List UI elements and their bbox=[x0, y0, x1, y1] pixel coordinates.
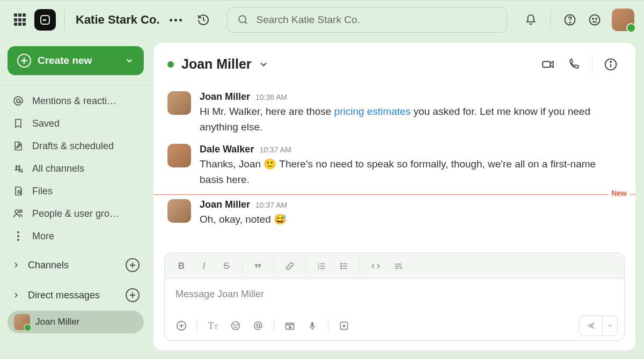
divider bbox=[592, 55, 592, 74]
app-launcher-icon[interactable] bbox=[10, 9, 31, 31]
sidebar-item-all-channels[interactable]: All channels bbox=[0, 157, 151, 180]
composer-placeholder: Message Joan Miller bbox=[175, 289, 264, 299]
chevron-right-icon bbox=[12, 291, 21, 299]
avatar[interactable] bbox=[167, 144, 191, 167]
emoji-button[interactable] bbox=[225, 317, 246, 335]
nav-label: More bbox=[32, 231, 54, 242]
svg-point-50 bbox=[257, 324, 260, 327]
notifications-icon[interactable] bbox=[520, 9, 541, 31]
create-new-button[interactable]: Create new bbox=[8, 46, 144, 75]
section-label: Channels bbox=[28, 260, 69, 271]
reactions-icon[interactable] bbox=[584, 9, 605, 31]
codeblock-button[interactable] bbox=[388, 257, 408, 275]
strikethrough-button[interactable]: S bbox=[216, 257, 237, 275]
workspace-name[interactable]: Katie Stark Co. bbox=[76, 13, 160, 27]
chevron-down-icon bbox=[125, 56, 134, 65]
mention-button[interactable] bbox=[248, 317, 268, 335]
message-text: Hi Mr. Walker, here are those pricing es… bbox=[200, 104, 621, 135]
nav-label: People & user gro… bbox=[32, 208, 119, 219]
presence-indicator bbox=[167, 61, 174, 68]
plus-icon bbox=[17, 54, 31, 68]
sidebar-item-more[interactable]: More bbox=[0, 225, 151, 247]
chevron-right-icon bbox=[12, 261, 21, 269]
message-text: Thanks, Joan 🙂 There's no need to speak … bbox=[200, 156, 621, 188]
text-style-button[interactable]: TT bbox=[203, 317, 223, 335]
sidebar-item-saved[interactable]: Saved bbox=[0, 112, 151, 135]
info-button[interactable] bbox=[600, 54, 621, 75]
nav-label: Saved bbox=[32, 118, 60, 129]
link-button[interactable] bbox=[280, 257, 300, 275]
chevron-down-icon[interactable] bbox=[258, 59, 269, 70]
message-author[interactable]: Dale Walker bbox=[200, 144, 254, 155]
send-button[interactable] bbox=[579, 316, 618, 336]
audio-clip-button[interactable] bbox=[302, 317, 323, 335]
svg-point-18 bbox=[15, 210, 18, 213]
attach-button[interactable] bbox=[171, 317, 192, 335]
dm-item-joan-miller[interactable]: Joan Miller bbox=[8, 311, 144, 333]
message-input[interactable]: Message Joan Miller bbox=[165, 279, 624, 311]
chat-title[interactable]: Joan Miller bbox=[181, 56, 252, 72]
app-logo[interactable] bbox=[34, 9, 56, 31]
avatar[interactable] bbox=[167, 199, 191, 223]
sidebar-item-drafts[interactable]: Drafts & scheduled bbox=[0, 135, 151, 157]
bold-button[interactable]: B bbox=[171, 257, 192, 275]
svg-point-9 bbox=[17, 99, 20, 102]
message-time: 10:37 AM bbox=[255, 201, 287, 209]
message-list: Joan Miller 10:36 AM Hi Mr. Walker, here… bbox=[153, 86, 635, 250]
composer: B I S 123 Message Joan Miller TT bbox=[164, 253, 625, 341]
add-channel-button[interactable] bbox=[126, 258, 140, 272]
sidebar-item-mentions[interactable]: Mentions & reacti… bbox=[0, 90, 151, 112]
search-input[interactable]: Search Katie Stark Co. bbox=[227, 7, 508, 33]
sidebar-section-channels[interactable]: Channels bbox=[0, 253, 151, 277]
shortcut-button[interactable] bbox=[334, 317, 354, 335]
svg-point-47 bbox=[232, 322, 240, 330]
svg-point-49 bbox=[237, 325, 238, 326]
svg-point-38 bbox=[341, 263, 342, 264]
bullet-list-button[interactable] bbox=[334, 257, 354, 275]
user-avatar[interactable] bbox=[612, 9, 634, 31]
divider bbox=[360, 260, 360, 273]
svg-point-3 bbox=[569, 22, 570, 23]
new-messages-divider: New bbox=[153, 194, 635, 195]
ordered-list-button[interactable]: 123 bbox=[311, 257, 332, 275]
voice-call-button[interactable] bbox=[563, 54, 584, 75]
sidebar-section-dms[interactable]: Direct messages bbox=[0, 283, 151, 307]
divider bbox=[550, 10, 551, 30]
sidebar-item-people[interactable]: People & user gro… bbox=[0, 202, 151, 225]
send-options-button[interactable] bbox=[602, 316, 617, 335]
svg-point-48 bbox=[234, 325, 235, 326]
quote-button[interactable] bbox=[248, 257, 268, 275]
svg-point-14 bbox=[19, 169, 22, 172]
sidebar-item-files[interactable]: Files bbox=[0, 180, 151, 202]
svg-line-12 bbox=[16, 165, 17, 171]
help-icon[interactable] bbox=[559, 9, 581, 31]
workspace-more-icon[interactable] bbox=[170, 19, 182, 21]
message-time: 10:36 AM bbox=[255, 93, 287, 101]
svg-point-40 bbox=[341, 268, 342, 269]
divider bbox=[328, 319, 328, 332]
emoji-sweat-smile: 😅 bbox=[274, 214, 287, 225]
divider bbox=[0, 85, 151, 85]
message-author[interactable]: Joan Miller bbox=[200, 91, 250, 102]
divider bbox=[242, 260, 243, 273]
people-icon bbox=[12, 207, 25, 220]
nav-label: Mentions & reacti… bbox=[32, 96, 116, 107]
italic-button[interactable]: I bbox=[194, 257, 214, 275]
send-icon bbox=[580, 316, 602, 335]
svg-marker-61 bbox=[587, 322, 595, 329]
hash-search-icon bbox=[12, 162, 25, 175]
link-pricing-estimates[interactable]: pricing estimates bbox=[334, 106, 411, 117]
video-clip-button[interactable] bbox=[280, 317, 300, 335]
svg-point-28 bbox=[610, 61, 611, 62]
message: Joan Miller 10:37 AM Oh, okay, noted 😅 bbox=[153, 196, 635, 232]
history-icon[interactable] bbox=[193, 9, 214, 31]
code-button[interactable] bbox=[365, 257, 386, 275]
message-author[interactable]: Joan Miller bbox=[200, 199, 250, 210]
avatar[interactable] bbox=[167, 91, 191, 115]
divider bbox=[274, 319, 274, 332]
svg-rect-57 bbox=[311, 322, 314, 327]
video-call-button[interactable] bbox=[537, 54, 559, 75]
add-dm-button[interactable] bbox=[126, 288, 140, 302]
divider bbox=[274, 260, 274, 273]
divider bbox=[64, 10, 65, 30]
